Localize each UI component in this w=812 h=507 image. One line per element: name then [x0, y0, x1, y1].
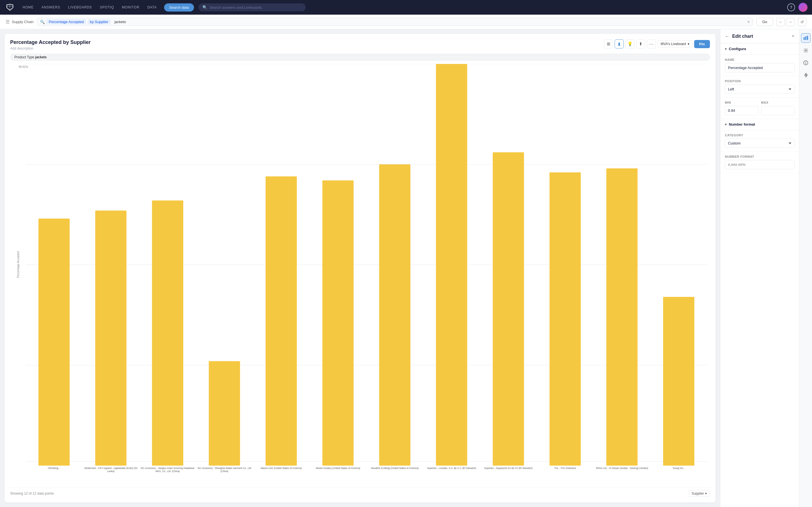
x-label-5: Nester Hosiery (United States of America… [310, 466, 366, 485]
bar-chart-svg-container [26, 64, 707, 466]
filter-tag[interactable]: Product Type jackets [10, 54, 710, 61]
table-view-button[interactable]: ⊞ [604, 40, 613, 48]
chevron-down-icon: ▾ [688, 42, 689, 46]
help-button[interactable]: ? [787, 3, 795, 11]
bar-8[interactable] [493, 152, 524, 466]
category-form-group: Category Custom Number Percentage Curren… [720, 130, 799, 152]
number-format-form-group: Number format [720, 152, 799, 173]
token-by-supplier[interactable]: by Supplier [88, 19, 110, 24]
min-input[interactable] [725, 106, 758, 115]
insight-button[interactable]: 💡 [625, 40, 635, 48]
nav-answers[interactable]: ANSWERS [39, 4, 63, 11]
bar-6[interactable] [379, 165, 410, 466]
max-input[interactable] [761, 106, 795, 115]
search-clear-button[interactable]: × [747, 19, 750, 24]
search-icon-sm: 🔍 [40, 20, 45, 24]
nav-monitor[interactable]: MONITOR [119, 4, 142, 11]
category-select[interactable]: Custom Number Percentage Currency [725, 138, 795, 148]
filter-value: jackets [35, 55, 47, 59]
supplier-label: Supplier [692, 492, 704, 496]
x-label-7: Supertex - Lourdes, S.A. de C.V. (El Sal… [423, 466, 480, 485]
close-button[interactable]: × [792, 33, 795, 39]
x-label-3: NC Accessory - Shanghai Weijie Garment C… [196, 466, 253, 485]
share-button[interactable]: ⬆ [636, 40, 645, 48]
max-col: Max [761, 101, 795, 115]
number-format-section-header[interactable]: ▾ Number format [720, 119, 799, 130]
supplier-filter-button[interactable]: Supplier ▾ [689, 490, 710, 497]
bar-5[interactable] [322, 180, 354, 466]
filter-label: Product Type [14, 55, 35, 59]
x-label-8: Supertex - Superprint SA de CV (El Salva… [480, 466, 537, 485]
refresh-button[interactable]: ↺ [798, 18, 806, 26]
token-jackets[interactable]: jackets [112, 19, 128, 24]
settings-icon [803, 48, 808, 53]
forward-arrow-button[interactable]: → [786, 18, 795, 26]
max-label: Max [761, 101, 795, 104]
chart-header: Percentage Accepted by Supplier Add desc… [10, 40, 710, 50]
breadcrumb-bar: ☰ Supply Chain 🔍 Percentage Accepted by … [0, 15, 812, 29]
token-percentage-accepted[interactable]: Percentage Accepted [47, 19, 86, 24]
nav-data[interactable]: DATA [144, 4, 159, 11]
back-button[interactable]: ← [725, 34, 729, 39]
configure-label: Configure [729, 47, 746, 51]
search-token-bar[interactable]: 🔍 Percentage Accepted by Supplier jacket… [37, 18, 753, 26]
position-form-group: Position Left Right [720, 76, 799, 98]
chevron-down-icon-configure: ▾ [725, 47, 726, 51]
chart-config-icon-button[interactable] [801, 33, 811, 43]
chevron-down-icon-number-format: ▾ [725, 122, 726, 126]
name-input[interactable] [725, 63, 795, 72]
position-select[interactable]: Left Right [725, 84, 795, 94]
bar-10[interactable] [606, 168, 638, 466]
go-button[interactable]: Go [756, 18, 773, 26]
x-label-6: Novalink (Cutting) (United States of Ame… [366, 466, 423, 485]
bar-3[interactable] [209, 361, 240, 466]
bar-9[interactable] [550, 172, 581, 466]
y-axis-label-container: Percentage Accepted [12, 64, 24, 466]
user-avatar[interactable] [799, 3, 808, 12]
min-label: Min [725, 101, 758, 104]
min-col: Min [725, 101, 758, 115]
bar-2[interactable] [152, 201, 183, 466]
configure-section-header[interactable]: ▾ Configure [720, 43, 799, 55]
x-label-4: Nature USA (United States of America) [253, 466, 310, 485]
more-options-button[interactable]: ⋯ [647, 40, 656, 48]
number-format-input[interactable] [725, 160, 795, 169]
main-content: Percentage Accepted by Supplier Add desc… [0, 29, 812, 507]
search-data-button[interactable]: Search data [164, 3, 194, 11]
chart-title-section: Percentage Accepted by Supplier Add desc… [10, 40, 91, 50]
min-max-row: Min Max [720, 98, 799, 119]
liveboard-select[interactable]: MVA's Liveboard ▾ [658, 40, 692, 48]
bar-1[interactable] [95, 210, 126, 466]
showing-label: Showing 12 of 12 data points [10, 492, 54, 496]
global-search-bar[interactable]: 🔍 [199, 3, 306, 11]
position-label: Position [725, 79, 795, 83]
source-label: Supply Chain [12, 20, 34, 24]
lightning-icon [803, 73, 808, 78]
svg-point-9 [805, 50, 806, 51]
bar-11[interactable] [663, 297, 695, 466]
settings-icon-button[interactable] [801, 46, 811, 55]
app-logo[interactable] [4, 2, 15, 13]
nav-liveboards[interactable]: LIVEBOARDS [65, 4, 95, 11]
bar-7[interactable] [436, 64, 467, 466]
chart-description[interactable]: Add description [10, 47, 91, 50]
data-source[interactable]: ☰ Supply Chain [6, 19, 34, 24]
bar-4[interactable] [266, 176, 297, 466]
number-format-field-label: Number format [725, 155, 795, 158]
chart-toolbar: ⊞ ▮ 💡 ⬆ ⋯ MVA's Liveboard ▾ Pin [604, 40, 710, 48]
info-icon-button[interactable] [801, 58, 811, 68]
bar-chart-icon [803, 36, 808, 41]
bar-0[interactable] [38, 219, 70, 466]
y-axis-label: Percentage Accepted [17, 251, 20, 278]
global-search-input[interactable] [209, 5, 302, 10]
lightning-icon-button[interactable] [801, 70, 811, 80]
pin-button[interactable]: Pin [694, 40, 710, 48]
chevron-down-icon-supplier: ▾ [705, 492, 707, 496]
x-axis-labels: Chenfeng... Hirdarmani - CKT Apparel - A… [26, 466, 707, 485]
x-label-9: TAL - TAV (Vietnam) [537, 466, 594, 485]
x-label-2: NC Accessory - Jiangsu Asian Sourcing He… [139, 466, 196, 485]
bar-chart-button[interactable]: ▮ [615, 40, 624, 48]
back-arrow-button[interactable]: ← [776, 18, 785, 26]
nav-home[interactable]: HOME [20, 4, 36, 11]
nav-spotiq[interactable]: SPOTIQ [97, 4, 117, 11]
